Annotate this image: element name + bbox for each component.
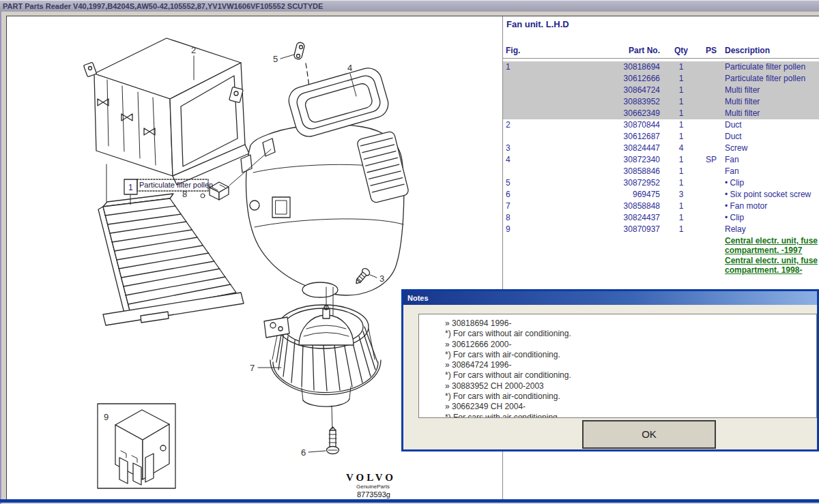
- pollen-filter-part[interactable]: [98, 194, 244, 325]
- note-line: *) For cars with air-conditioning.: [445, 391, 816, 402]
- note-line: » 30612666 2000-: [445, 340, 816, 350]
- column-header-qty: Qty: [660, 45, 702, 57]
- callout-2[interactable]: 2: [191, 45, 196, 55]
- note-line: » 30818694 1996-: [445, 318, 816, 329]
- duct-part[interactable]: [83, 38, 249, 185]
- parts-table-body: 1308186941Particulate filter pollen30612…: [503, 61, 819, 275]
- notes-dialog: Notes » 30818694 1996-*) For cars withou…: [401, 289, 819, 451]
- table-row[interactable]: 9308709371Relay: [503, 224, 819, 235]
- notes-text: » 30818694 1996-*) For cars without air …: [418, 314, 817, 418]
- central-electric-unit-link[interactable]: Central electr. unit, fuse compartment. …: [725, 236, 818, 255]
- svg-text:Particulate filter pollen: Particulate filter pollen: [139, 181, 213, 189]
- table-row[interactable]: 7308588481• Fan motor: [503, 201, 819, 212]
- column-header-description: Description: [720, 45, 819, 57]
- parts-table-header: Fig. Part No. Qty PS Description: [503, 45, 819, 57]
- callout-3[interactable]: 3: [379, 273, 384, 284]
- central-electric-unit-link[interactable]: Central electr. unit, fuse compartment. …: [725, 256, 818, 275]
- fan-housing-part[interactable]: [241, 65, 410, 297]
- table-row[interactable]: 5308729521• Clip: [503, 177, 819, 189]
- window-bottom-accent: [0, 499, 819, 503]
- table-row[interactable]: 306623491Multi filter: [503, 108, 819, 119]
- note-line: » 30662349 CH 2004-: [445, 402, 816, 412]
- note-line: » 30883952 CH 2000-2003: [445, 381, 816, 391]
- ok-button[interactable]: OK: [582, 420, 716, 449]
- callout-1-box[interactable]: 1: [124, 179, 137, 194]
- table-row[interactable]: 306126661Particulate filter pollen: [503, 73, 819, 85]
- part-tooltip: Particulate filter pollen: [137, 179, 213, 198]
- fan-wheel-part[interactable]: [264, 305, 381, 406]
- window-title-bar[interactable]: PART Parts Reader V40,1997,B4204S,AW50-4…: [0, 0, 819, 12]
- callout-8[interactable]: 8: [182, 189, 187, 199]
- volvo-logo: VOLVO: [346, 472, 396, 483]
- figure-number: 8773593g: [357, 490, 390, 499]
- note-line: *) For cars with air-conditioning.: [445, 350, 816, 360]
- table-row[interactable]: 306126871Duct: [503, 131, 819, 143]
- callout-6[interactable]: 6: [301, 447, 306, 458]
- table-row[interactable]: 4308723401SPFan: [503, 154, 819, 166]
- callout-7[interactable]: 7: [250, 363, 255, 373]
- table-row[interactable]: 308588461Fan: [503, 166, 819, 177]
- volvo-logo-subtext: GenuineParts: [356, 484, 390, 490]
- parts-panel-title: Fan unit. L.H.D: [506, 19, 569, 29]
- note-line: *) For cars with air conditioning.: [445, 413, 816, 418]
- screw-part-6[interactable]: [327, 427, 339, 454]
- window-left-frame: [0, 12, 1, 504]
- link-row: Central electr. unit, fuse compartment. …: [503, 236, 819, 255]
- table-row[interactable]: 3308244474Screw: [503, 143, 819, 154]
- table-row[interactable]: 308839521Multi filter: [503, 96, 819, 108]
- callout-5[interactable]: 5: [273, 54, 278, 64]
- note-line: » 30864724 1996-: [445, 360, 816, 370]
- table-row[interactable]: 69694753• Six point socket screw: [503, 189, 819, 201]
- callout-9[interactable]: 9: [104, 412, 109, 422]
- callout-4[interactable]: 4: [347, 63, 352, 73]
- column-header-ps: PS: [702, 45, 720, 57]
- note-line: *) For cars without air conditioning.: [445, 370, 816, 381]
- table-row[interactable]: 1308186941Particulate filter pollen: [503, 61, 819, 73]
- relay-part[interactable]: [98, 404, 175, 488]
- leader-line-6: [308, 451, 326, 452]
- table-row[interactable]: 2308708441Duct: [503, 119, 819, 131]
- link-row: Central electr. unit, fuse compartment. …: [503, 256, 819, 275]
- leader-line-5: [281, 55, 294, 59]
- table-row[interactable]: 308647241Multi filter: [503, 85, 819, 96]
- notes-dialog-title-bar[interactable]: Notes: [403, 291, 817, 305]
- column-header-part-no: Part No.: [558, 45, 660, 57]
- note-line: *) For cars without air conditioning.: [445, 329, 816, 339]
- column-header-fig: Fig.: [503, 45, 558, 57]
- table-row[interactable]: 8308244371• Clip: [503, 212, 819, 224]
- svg-text:1: 1: [128, 183, 133, 192]
- header-separator: [503, 58, 819, 59]
